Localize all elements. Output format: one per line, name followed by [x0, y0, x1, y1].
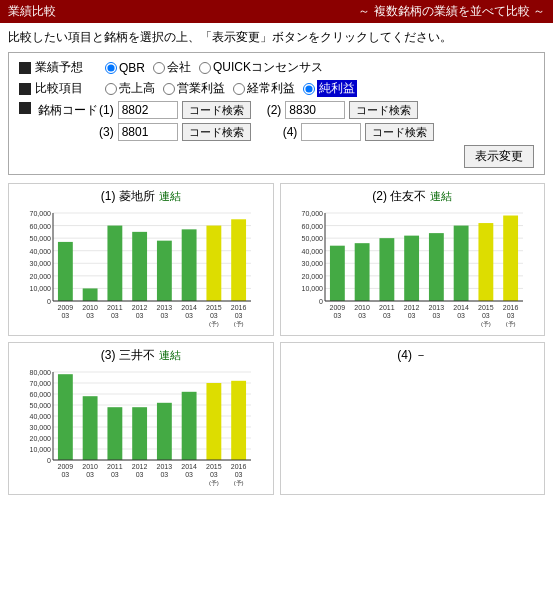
ordinary-label: 経常利益 [247, 80, 295, 97]
page-header: 業績比較 ～ 複数銘柄の業績を並べて比較 ～ [0, 0, 553, 23]
code2-input[interactable] [285, 101, 345, 119]
svg-text:(予): (予) [234, 480, 244, 486]
svg-text:2014: 2014 [181, 304, 197, 311]
chart-title-1: (1) 菱地所連結 [15, 188, 267, 205]
svg-text:03: 03 [61, 471, 69, 478]
svg-text:(予): (予) [480, 321, 490, 327]
svg-text:50,000: 50,000 [30, 235, 52, 242]
svg-rect-23 [231, 219, 246, 301]
svg-text:03: 03 [457, 312, 465, 319]
svg-text:2016: 2016 [502, 304, 518, 311]
main-content: 比較したい項目と銘柄を選択の上、「表示変更」ボタンをクリックしてください。 業績… [0, 23, 553, 501]
svg-rect-16 [58, 242, 73, 301]
net-radio-item[interactable]: 純利益 [303, 80, 357, 97]
chart-empty [287, 368, 539, 488]
chart-container-2: 010,00020,00030,00040,00050,00060,00070,… [287, 209, 539, 329]
qbr-radio[interactable] [105, 62, 117, 74]
display-change-button[interactable]: 表示変更 [464, 145, 534, 168]
code1-input[interactable] [118, 101, 178, 119]
svg-text:03: 03 [210, 471, 218, 478]
svg-text:50,000: 50,000 [30, 402, 52, 409]
qbr-radio-item[interactable]: QBR [105, 61, 145, 75]
code2-search-button[interactable]: コード検索 [349, 101, 418, 119]
svg-text:70,000: 70,000 [301, 210, 323, 217]
svg-text:03: 03 [86, 312, 94, 319]
svg-text:2013: 2013 [428, 304, 444, 311]
svg-rect-106 [58, 374, 73, 460]
svg-text:10,000: 10,000 [301, 285, 323, 292]
svg-text:2015: 2015 [206, 304, 222, 311]
code4-input[interactable] [301, 123, 361, 141]
ordinary-radio[interactable] [233, 83, 245, 95]
svg-text:20,000: 20,000 [30, 273, 52, 280]
svg-text:03: 03 [333, 312, 341, 319]
ordinary-radio-item[interactable]: 経常利益 [233, 80, 295, 97]
bar-chart-svg: 010,00020,00030,00040,00050,00060,00070,… [15, 209, 255, 329]
svg-text:2016: 2016 [231, 304, 247, 311]
comparison-label: 比較項目 [19, 80, 99, 97]
svg-rect-62 [379, 238, 394, 301]
sales-radio-item[interactable]: 売上高 [105, 80, 155, 97]
company-radio[interactable] [153, 62, 165, 74]
company-radio-item[interactable]: 会社 [153, 59, 191, 76]
svg-rect-63 [404, 236, 419, 301]
svg-text:03: 03 [506, 312, 514, 319]
chart-panel-4: (4) － [280, 342, 546, 495]
code3-entry: (3) コード検索 [99, 123, 251, 141]
svg-text:03: 03 [185, 312, 193, 319]
svg-text:60,000: 60,000 [30, 223, 52, 230]
code1-entry: (1) コード検索 [99, 101, 251, 119]
code4-entry: (4) コード検索 [283, 123, 435, 141]
code3-input[interactable] [118, 123, 178, 141]
svg-text:40,000: 40,000 [30, 413, 52, 420]
comparison-row: 比較項目 売上高 営業利益 経常利益 純利益 [19, 80, 534, 97]
svg-rect-107 [83, 396, 98, 460]
chart-panel-3: (3) 三井不連結010,00020,00030,00040,00050,000… [8, 342, 274, 495]
svg-text:(予): (予) [234, 321, 244, 327]
bar-chart-svg: 010,00020,00030,00040,00050,00060,00070,… [287, 209, 527, 329]
svg-text:03: 03 [432, 312, 440, 319]
bar-chart-svg: 010,00020,00030,00040,00050,00060,00070,… [15, 368, 255, 488]
code4-search-button[interactable]: コード検索 [365, 123, 434, 141]
code2-entry: (2) コード検索 [267, 101, 419, 119]
svg-text:03: 03 [160, 312, 168, 319]
code3-search-button[interactable]: コード検索 [182, 123, 251, 141]
svg-text:03: 03 [407, 312, 415, 319]
net-radio[interactable] [303, 83, 315, 95]
sales-radio[interactable] [105, 83, 117, 95]
svg-text:60,000: 60,000 [30, 391, 52, 398]
svg-text:2009: 2009 [58, 463, 74, 470]
svg-rect-19 [132, 232, 147, 301]
operating-radio-item[interactable]: 営業利益 [163, 80, 225, 97]
svg-text:03: 03 [61, 312, 69, 319]
svg-text:03: 03 [136, 312, 144, 319]
svg-text:70,000: 70,000 [30, 380, 52, 387]
black-square-icon2 [19, 83, 31, 95]
svg-text:(予): (予) [209, 480, 219, 486]
comparison-radio-group: 売上高 営業利益 経常利益 純利益 [105, 80, 357, 97]
quick-radio-item[interactable]: QUICKコンセンサス [199, 59, 323, 76]
svg-text:03: 03 [210, 312, 218, 319]
svg-text:2012: 2012 [132, 304, 148, 311]
quick-label: QUICKコンセンサス [213, 59, 323, 76]
page-title: 業績比較 [8, 3, 56, 20]
chart-title-3: (3) 三井不連結 [15, 347, 267, 364]
svg-text:20,000: 20,000 [301, 273, 323, 280]
code-row-1: 銘柄コード (1) コード検索 (2) コード検索 [19, 101, 534, 119]
svg-rect-109 [132, 407, 147, 460]
svg-text:2016: 2016 [231, 463, 247, 470]
svg-text:2010: 2010 [354, 304, 370, 311]
svg-text:2009: 2009 [329, 304, 345, 311]
quick-radio[interactable] [199, 62, 211, 74]
chart-container-3: 010,00020,00030,00040,00050,00060,00070,… [15, 368, 267, 488]
performance-label: 業績予想 [19, 59, 99, 76]
svg-text:10,000: 10,000 [30, 446, 52, 453]
svg-text:70,000: 70,000 [30, 210, 52, 217]
operating-radio[interactable] [163, 83, 175, 95]
svg-text:30,000: 30,000 [301, 260, 323, 267]
svg-text:40,000: 40,000 [301, 248, 323, 255]
svg-text:03: 03 [160, 471, 168, 478]
performance-radio-group: QBR 会社 QUICKコンセンサス [105, 59, 323, 76]
svg-text:03: 03 [382, 312, 390, 319]
code1-search-button[interactable]: コード検索 [182, 101, 251, 119]
